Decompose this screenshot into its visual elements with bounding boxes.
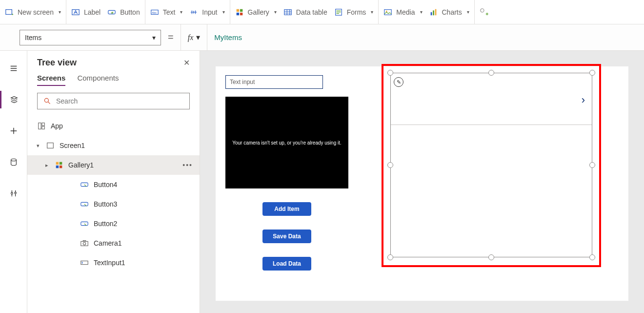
tree-node-app[interactable]: App [27, 116, 200, 136]
tree-list: App ▾ Screen1 ▸ Gallery1 ••• Button4 But… [27, 116, 200, 313]
tree-view-title: Tree view [37, 58, 77, 68]
close-panel-button[interactable]: ✕ [183, 58, 190, 67]
gallery-template-row[interactable]: ✎ › [391, 73, 592, 125]
caret-down-icon[interactable]: ▾ [35, 143, 41, 149]
load-data-button[interactable]: Load Data [262, 257, 311, 271]
insert-text-menu[interactable]: Abc Text ▾ [150, 8, 183, 17]
tree-node-label: Button4 [94, 181, 117, 188]
insert-datatable-text: Data table [296, 8, 327, 16]
insert-forms-menu[interactable]: Forms ▾ [334, 8, 374, 17]
rail-hamburger[interactable] [0, 60, 27, 77]
tree-search-input[interactable] [56, 97, 183, 105]
tree-node-button4[interactable]: Button4 [27, 175, 200, 194]
button-label: Load Data [273, 260, 301, 267]
tree-node-label: Camera1 [94, 239, 122, 247]
svg-point-33 [83, 242, 85, 245]
insert-label[interactable]: Label [71, 8, 101, 17]
input-icon [189, 8, 198, 17]
svg-rect-9 [284, 9, 291, 15]
canvas-area: Text input Your camera isn't set up, or … [200, 51, 644, 313]
property-dropdown[interactable]: Items ▾ [20, 30, 161, 45]
insert-button[interactable]: Button [107, 8, 140, 17]
tree-node-label: Screen1 [60, 142, 85, 149]
tree-view-panel: Tree view ✕ Screens Components App ▾ Scr… [27, 51, 200, 313]
next-chevron-icon[interactable]: › [582, 94, 585, 106]
formula-input[interactable]: MyItems [207, 24, 644, 51]
tree-node-label: TextInput1 [94, 259, 125, 267]
tree-node-button3[interactable]: Button3 [27, 194, 200, 214]
button-label: Save Data [273, 233, 301, 240]
screen-canvas[interactable]: Text input Your camera isn't set up, or … [216, 66, 628, 301]
camera-control[interactable]: Your camera isn't set up, or you're alre… [225, 97, 348, 188]
chevron-down-icon: ▾ [371, 9, 373, 15]
resize-handle[interactable] [488, 70, 494, 76]
svg-point-20 [44, 98, 48, 102]
caret-right-icon[interactable]: ▸ [44, 162, 50, 168]
tree-node-label: Button3 [94, 200, 117, 208]
svg-rect-7 [236, 12, 239, 15]
gallery-control[interactable]: ✎ › [390, 73, 592, 257]
resize-handle[interactable] [589, 162, 595, 168]
textinput-control[interactable]: Text input [225, 75, 323, 89]
resize-handle[interactable] [488, 254, 494, 260]
text-icon: Abc [150, 8, 159, 17]
svg-rect-13 [430, 12, 432, 15]
button-icon [107, 8, 116, 17]
insert-charts-menu[interactable]: Charts ▾ [429, 8, 469, 17]
equals-sign: = [168, 32, 174, 43]
rail-tree-view[interactable] [0, 91, 27, 108]
formula-expression: MyItems [214, 33, 242, 42]
svg-rect-11 [384, 9, 391, 15]
svg-point-12 [386, 10, 387, 12]
chevron-down-icon: ▾ [180, 9, 182, 15]
camera-message: Your camera isn't set up, or you're alre… [232, 140, 342, 146]
add-item-button[interactable]: Add Item [262, 202, 311, 216]
screen-icon [5, 8, 14, 17]
tree-node-textinput1[interactable]: TextInput1 [27, 253, 200, 272]
chevron-down-icon: ▾ [152, 34, 156, 42]
fx-label: fx [188, 33, 194, 42]
screen-icon [46, 141, 55, 150]
svg-rect-22 [42, 123, 44, 125]
tab-screens[interactable]: Screens [37, 74, 65, 86]
insert-gallery-menu[interactable]: Gallery ▾ [235, 8, 277, 17]
save-data-button[interactable]: Save Data [262, 230, 311, 243]
fx-button[interactable]: fx ▾ [181, 24, 208, 51]
tree-node-label: App [51, 122, 63, 130]
svg-point-18 [11, 192, 13, 194]
tab-components[interactable]: Components [77, 74, 119, 86]
resize-handle[interactable] [387, 254, 393, 260]
more-menu[interactable]: ••• [182, 161, 193, 169]
media-icon [383, 8, 392, 17]
resize-handle[interactable] [589, 70, 595, 76]
insert-datatable[interactable]: Data table [283, 8, 327, 17]
tree-node-camera1[interactable]: Camera1 [27, 233, 200, 253]
svg-rect-0 [6, 9, 12, 14]
insert-input-menu[interactable]: Input ▾ [189, 8, 224, 17]
chevron-down-icon: ▾ [420, 9, 423, 15]
tree-search[interactable] [37, 93, 190, 109]
rail-data[interactable] [0, 153, 27, 171]
edit-template-button[interactable]: ✎ [394, 77, 403, 87]
insert-input-text: Input [202, 8, 217, 16]
svg-point-16 [481, 8, 484, 12]
insert-label-text: Label [84, 8, 101, 16]
textinput-value: Text input [230, 79, 255, 85]
add-custom-icon[interactable] [480, 8, 488, 17]
svg-rect-5 [236, 9, 239, 11]
insert-button-text: Button [120, 8, 140, 16]
rail-tools[interactable] [0, 185, 27, 202]
resize-handle[interactable] [387, 162, 393, 168]
svg-rect-23 [42, 126, 44, 129]
app-icon [37, 122, 46, 130]
resize-handle[interactable] [589, 254, 595, 260]
insert-media-menu[interactable]: Media ▾ [383, 8, 422, 17]
chevron-down-icon: ▾ [222, 9, 225, 15]
new-screen-menu[interactable]: New screen ▾ [5, 8, 61, 17]
tree-node-gallery1[interactable]: ▸ Gallery1 ••• [27, 155, 200, 175]
tree-node-screen1[interactable]: ▾ Screen1 [27, 136, 200, 155]
tree-node-button2[interactable]: Button2 [27, 214, 200, 233]
resize-handle[interactable] [387, 70, 393, 76]
insert-forms-text: Forms [347, 8, 366, 16]
rail-insert[interactable] [0, 122, 27, 140]
